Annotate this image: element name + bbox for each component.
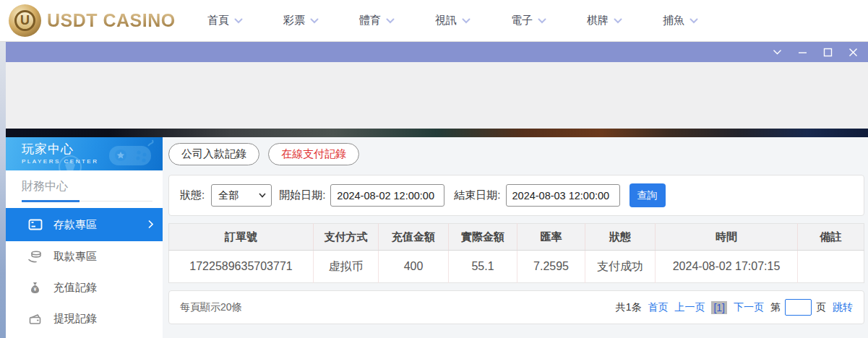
cell-actual-amount: 55.1 bbox=[449, 251, 517, 283]
sidebar-item-withdraw[interactable]: 取款專區 bbox=[6, 241, 163, 272]
page-jump-input[interactable] bbox=[785, 299, 812, 316]
sidebar-item-label: 提現記錄 bbox=[53, 312, 97, 326]
start-date-label: 開始日期: bbox=[279, 188, 325, 202]
nav-item-lottery[interactable]: 彩票 bbox=[283, 14, 319, 27]
nav-item-label: 體育 bbox=[359, 14, 381, 27]
table-header-row: 訂單號 支付方式 充值金額 實際金額 匯率 狀態 時間 備註 bbox=[169, 224, 864, 251]
chevron-down-icon bbox=[462, 18, 470, 24]
cell-recharge-amount: 400 bbox=[379, 251, 449, 283]
window-collapse-button[interactable] bbox=[771, 46, 783, 58]
tab-online-payment-records[interactable]: 在線支付記錄 bbox=[268, 143, 359, 165]
banner-placeholder bbox=[6, 62, 868, 129]
total-count-text: 共1条 bbox=[616, 301, 642, 314]
jump-prefix-label: 第 bbox=[770, 301, 781, 314]
sidebar-item-withdraw-history[interactable]: 提現記錄 bbox=[6, 303, 163, 334]
status-select[interactable]: 全部 bbox=[211, 184, 272, 207]
chevron-down-icon bbox=[259, 193, 266, 198]
current-page-indicator[interactable]: [1] bbox=[711, 301, 727, 314]
cell-order-no: 1722589635703771 bbox=[169, 251, 314, 283]
start-date-input[interactable] bbox=[330, 184, 444, 207]
sidebar: 玩家中心 PLAYERS CENTER 財務中心 存款專區 bbox=[6, 137, 163, 338]
end-date-label: 結束日期: bbox=[454, 188, 500, 202]
pagination-controls: 共1条 首页 上一页 [1] 下一页 第 页 跳转 bbox=[616, 299, 853, 316]
jump-action-link[interactable]: 跳转 bbox=[833, 301, 853, 314]
nav-item-label: 捕魚 bbox=[663, 14, 684, 27]
sidebar-menu: 存款專區 取款專區 ¥ 充值記錄 bbox=[6, 208, 163, 338]
end-date-input[interactable] bbox=[506, 184, 620, 207]
main-panel: 公司入款記錄 在線支付記錄 狀態: 全部 開始日期: 結束日期: 查詢 bbox=[163, 137, 868, 338]
chevron-down-icon bbox=[773, 49, 782, 56]
header-pay-method: 支付方式 bbox=[314, 224, 379, 251]
main-nav: 首頁 彩票 體育 視訊 電子 棋牌 捕魚 bbox=[207, 0, 698, 41]
banner-image-strip bbox=[6, 129, 868, 137]
minimize-icon bbox=[798, 48, 807, 57]
nav-item-label: 棋牌 bbox=[587, 14, 609, 27]
cell-exchange-rate: 7.2595 bbox=[517, 251, 585, 283]
nav-item-label: 視訊 bbox=[435, 14, 457, 27]
header-exchange-rate: 匯率 bbox=[517, 224, 585, 251]
table-row: 1722589635703771 虚拟币 400 55.1 7.2595 支付成… bbox=[169, 251, 864, 283]
nav-item-cards[interactable]: 棋牌 bbox=[587, 14, 622, 27]
bank-card-icon bbox=[27, 217, 43, 233]
chevron-down-icon bbox=[234, 18, 243, 24]
records-table: 訂單號 支付方式 充值金額 實際金額 匯率 狀態 時間 備註 172258963 bbox=[168, 223, 864, 283]
status-select-value: 全部 bbox=[218, 189, 239, 202]
cell-time: 2024-08-02 17:07:15 bbox=[656, 251, 798, 283]
nav-item-slots[interactable]: 電子 bbox=[511, 14, 546, 27]
gamepad-icon bbox=[105, 139, 157, 170]
brand-u-emblem: U bbox=[14, 10, 35, 31]
chevron-down-icon bbox=[614, 18, 622, 24]
cell-status: 支付成功 bbox=[585, 251, 656, 283]
window-minimize-button[interactable] bbox=[796, 46, 808, 58]
first-page-link[interactable]: 首页 bbox=[648, 301, 668, 314]
page-size-text: 每頁顯示20條 bbox=[180, 301, 242, 314]
page-background-strip bbox=[0, 42, 6, 338]
sidebar-item-label: 充值記錄 bbox=[53, 281, 97, 295]
next-page-link[interactable]: 下一页 bbox=[734, 301, 764, 314]
sidebar-item-label: 取款專區 bbox=[53, 250, 97, 264]
prev-page-link[interactable]: 上一页 bbox=[674, 301, 705, 314]
nav-item-live[interactable]: 視訊 bbox=[435, 14, 470, 27]
player-center-window: 玩家中心 PLAYERS CENTER 財務中心 存款專區 bbox=[6, 42, 868, 338]
brand-logo-icon: U bbox=[9, 4, 41, 37]
brand-name: USDT CASINO bbox=[47, 10, 176, 31]
header-order-no: 訂單號 bbox=[169, 224, 314, 251]
money-bag-icon: ¥ bbox=[27, 280, 43, 295]
sidebar-item-deposit[interactable]: 存款專區 bbox=[6, 208, 163, 241]
nav-item-fishing[interactable]: 捕魚 bbox=[663, 14, 698, 27]
record-tabs: 公司入款記錄 在線支付記錄 bbox=[168, 143, 864, 165]
sidebar-item-recharge-history[interactable]: ¥ 充值記錄 bbox=[6, 272, 163, 303]
header-actual-amount: 實際金額 bbox=[449, 224, 517, 251]
nav-item-sports[interactable]: 體育 bbox=[359, 14, 395, 27]
site-header: U USDT CASINO 首頁 彩票 體育 視訊 電子 棋牌 捕魚 bbox=[0, 0, 868, 42]
header-recharge-amount: 充值金額 bbox=[379, 224, 449, 251]
nav-item-label: 首頁 bbox=[207, 14, 229, 27]
window-maximize-button[interactable] bbox=[822, 46, 833, 58]
pagination-bar: 每頁顯示20條 共1条 首页 上一页 [1] 下一页 第 页 跳转 bbox=[168, 290, 864, 324]
hand-coins-icon bbox=[27, 249, 43, 264]
tab-company-deposit-records[interactable]: 公司入款記錄 bbox=[168, 143, 259, 165]
header-status: 狀態 bbox=[585, 224, 656, 251]
search-button[interactable]: 查詢 bbox=[629, 183, 666, 207]
brand-logo[interactable]: U USDT CASINO bbox=[9, 4, 176, 37]
nav-item-home[interactable]: 首頁 bbox=[207, 14, 243, 27]
page-jump: 第 页 bbox=[770, 299, 826, 316]
window-titlebar bbox=[6, 42, 868, 62]
chevron-down-icon bbox=[538, 18, 546, 24]
close-icon bbox=[848, 48, 858, 57]
window-close-button[interactable] bbox=[847, 46, 859, 58]
cell-pay-method: 虚拟币 bbox=[314, 251, 379, 283]
cell-remark bbox=[798, 251, 864, 283]
sidebar-item-funds-history[interactable]: 資金記錄 bbox=[6, 334, 163, 338]
records-table-wrap: 訂單號 支付方式 充值金額 實際金額 匯率 狀態 時間 備註 172258963 bbox=[168, 223, 864, 283]
maximize-icon bbox=[823, 48, 833, 57]
filter-bar: 狀態: 全部 開始日期: 結束日期: 查詢 bbox=[168, 175, 864, 216]
chevron-down-icon bbox=[386, 18, 395, 24]
chevron-down-icon bbox=[310, 18, 319, 24]
jump-suffix-label: 页 bbox=[816, 301, 826, 314]
sidebar-section-finance: 財務中心 bbox=[22, 170, 152, 202]
window-content: 玩家中心 PLAYERS CENTER 財務中心 存款專區 bbox=[6, 137, 868, 338]
header-time: 時間 bbox=[656, 224, 798, 251]
sidebar-header: 玩家中心 PLAYERS CENTER bbox=[6, 137, 163, 170]
sidebar-item-label: 存款專區 bbox=[53, 218, 97, 232]
